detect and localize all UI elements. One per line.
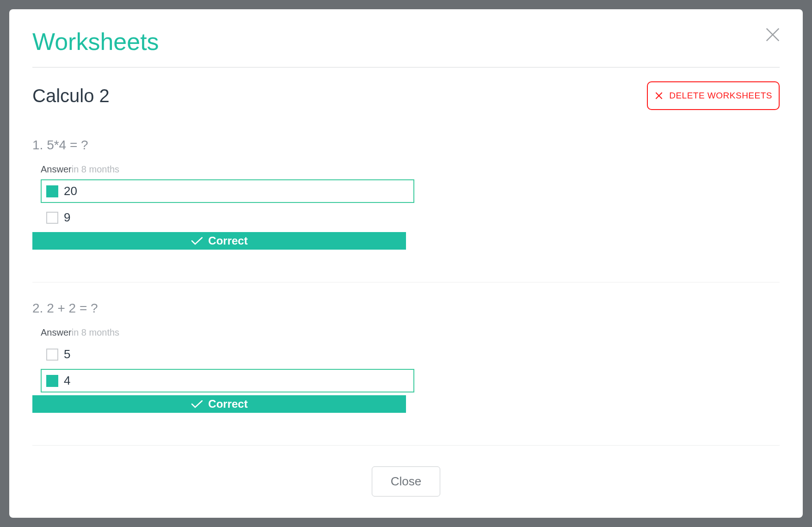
option-label: 5	[64, 347, 70, 362]
page-title: Worksheets	[32, 28, 780, 55]
answer-time: in 8 months	[72, 164, 119, 174]
options-list: 5 4	[41, 343, 414, 392]
status-text: Correct	[208, 398, 247, 411]
checkbox-icon	[46, 349, 58, 361]
question-prompt: 2 + 2 = ?	[47, 301, 98, 315]
worksheet-modal: Worksheets Calculo 2 DELETE WORKSHEETS 1…	[9, 9, 803, 518]
worksheet-name: Calculo 2	[32, 86, 110, 106]
question-block: 1. 5*4 = ? Answerin 8 months 20 9 Correc…	[32, 138, 780, 266]
answer-meta: Answerin 8 months	[41, 327, 780, 338]
answer-option[interactable]: 9	[41, 206, 414, 229]
question-block: 2. 2 + 2 = ? Answerin 8 months 5 4 Corre…	[32, 301, 780, 429]
x-icon	[654, 91, 664, 100]
question-number: 2.	[32, 301, 43, 315]
header-row: Calculo 2 DELETE WORKSHEETS	[32, 81, 780, 110]
question-divider	[32, 445, 780, 446]
checkbox-icon	[46, 212, 58, 224]
close-icon[interactable]	[763, 25, 782, 44]
answer-meta: Answerin 8 months	[41, 164, 780, 175]
options-list: 20 9	[41, 179, 414, 229]
answer-label: Answer	[41, 327, 72, 337]
question-text: 1. 5*4 = ?	[32, 138, 780, 153]
option-label: 4	[64, 374, 70, 388]
delete-worksheets-button[interactable]: DELETE WORKSHEETS	[647, 81, 780, 110]
check-icon	[191, 399, 203, 409]
option-label: 9	[64, 210, 70, 225]
answer-option[interactable]: 20	[41, 179, 414, 203]
status-bar: Correct	[32, 232, 406, 250]
question-prompt: 5*4 = ?	[47, 138, 88, 152]
modal-footer: Close	[32, 466, 780, 496]
status-text: Correct	[208, 234, 247, 247]
answer-option[interactable]: 5	[41, 343, 414, 366]
checkbox-icon	[46, 375, 58, 387]
question-text: 2. 2 + 2 = ?	[32, 301, 780, 316]
close-button[interactable]: Close	[372, 466, 440, 496]
delete-label: DELETE WORKSHEETS	[669, 91, 772, 101]
answer-time: in 8 months	[72, 327, 119, 337]
question-number: 1.	[32, 138, 43, 152]
option-label: 20	[64, 184, 77, 198]
answer-label: Answer	[41, 164, 72, 174]
answer-option[interactable]: 4	[41, 369, 414, 392]
question-divider	[32, 282, 780, 282]
status-bar: Correct	[32, 395, 406, 413]
checkbox-icon	[46, 185, 58, 197]
divider	[32, 67, 780, 67]
check-icon	[191, 236, 203, 245]
